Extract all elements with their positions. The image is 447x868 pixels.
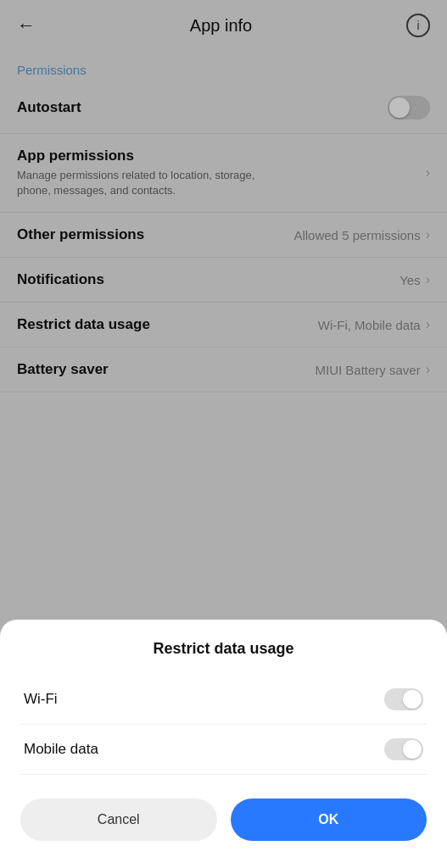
dialog-buttons: Cancel OK xyxy=(20,798,427,841)
app-info-page: ← App info i Permissions Autostart App p… xyxy=(0,0,447,868)
wifi-label: Wi-Fi xyxy=(24,691,58,708)
mobile-data-toggle-knob xyxy=(403,740,422,759)
wifi-toggle[interactable] xyxy=(384,688,423,710)
dialog-title: Restrict data usage xyxy=(20,640,427,658)
restrict-data-dialog: Restrict data usage Wi-Fi Mobile data Ca… xyxy=(0,620,447,868)
mobile-data-toggle[interactable] xyxy=(384,738,423,760)
wifi-toggle-knob xyxy=(403,690,422,709)
mobile-data-option-row: Mobile data xyxy=(20,725,427,775)
ok-button[interactable]: OK xyxy=(231,798,427,841)
cancel-button[interactable]: Cancel xyxy=(20,798,217,841)
wifi-option-row: Wi-Fi xyxy=(20,675,427,725)
mobile-data-label: Mobile data xyxy=(24,741,98,758)
